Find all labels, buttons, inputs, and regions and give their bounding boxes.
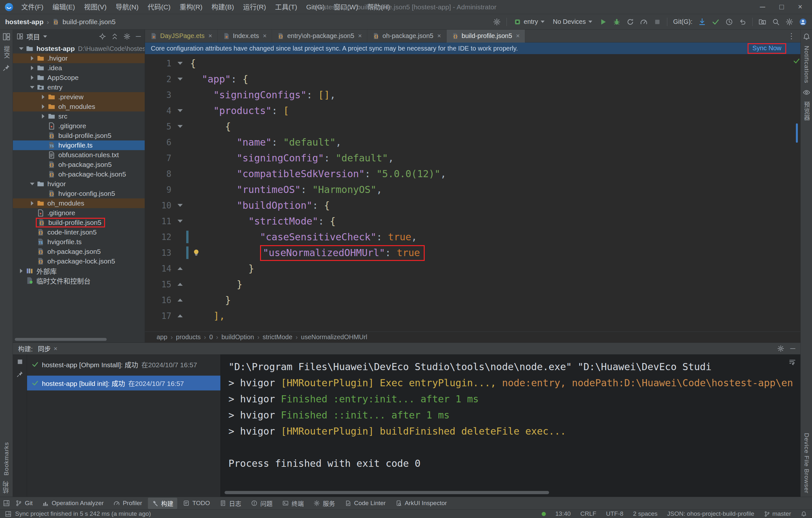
menu-item[interactable]: 视图(V) [80,0,111,14]
previewer-icon[interactable] [803,89,810,96]
tree-item[interactable]: 外部库 [13,266,145,276]
editor-scrollbar[interactable] [793,55,801,332]
tool-window-button[interactable]: Operation Analyzer [38,498,108,509]
breadcrumb-item[interactable]: buildOption [221,333,254,341]
soft-wrap-icon[interactable] [789,358,796,365]
tree-item[interactable]: TShvigorfile.ts [13,237,145,247]
notifications-toolwindow-button[interactable]: Notifications [803,46,810,84]
code-line[interactable]: 14 } [145,261,801,276]
profiler-button[interactable] [640,18,648,26]
code-editor[interactable]: 1{2 "app": {3 "signingConfigs": [],4 "pr… [145,54,801,332]
tree-item[interactable]: {}oh-package-lock.json5 [13,170,145,179]
tree-item[interactable]: .gitignore [13,208,145,218]
tree-item[interactable]: hvigor [13,179,145,189]
chevron-down-icon[interactable] [43,35,47,38]
tree-item[interactable]: src [13,112,145,121]
tab-close-icon[interactable]: × [516,32,520,40]
breadcrumb-item[interactable]: app [156,333,167,341]
tree-item[interactable]: 临时文件和控制台 [13,276,145,285]
code-line[interactable]: 16 } [145,292,801,308]
build-task-row[interactable]: hostest-app [Ohpm Install]: 成功在2024/10/7… [27,357,221,372]
breadcrumb-item[interactable]: 0 [209,333,213,341]
account-avatar[interactable] [799,18,807,26]
menu-item[interactable]: 工具(T) [270,0,301,14]
fold-down-icon[interactable] [175,109,185,112]
commit-button[interactable] [712,18,720,26]
history-button[interactable] [725,18,733,26]
run-config-selector[interactable]: entry [513,18,546,26]
tool-window-button[interactable]: Git [11,498,36,509]
tree-item[interactable]: oh_modules [13,199,145,208]
editor-tab[interactable]: eDayJSPage.ets× [145,30,218,42]
breadcrumb-item[interactable]: products [176,333,201,341]
find-in-files-button[interactable] [758,18,766,26]
structure-toolwindow-button[interactable]: 结构 [2,481,11,493]
breadcrumb-item[interactable]: strictMode [263,333,292,341]
tree-item[interactable]: {}oh-package-lock.json5 [13,256,145,266]
editor-tab[interactable]: {}build-profile.json5× [446,30,525,42]
tool-window-button[interactable]: 服务 [310,498,339,509]
hide-panel-button[interactable]: ─ [136,32,141,40]
ide-settings-icon[interactable] [493,18,501,26]
line-ending-selector[interactable]: CRLF [580,510,597,517]
chevron-right-icon[interactable] [28,63,37,73]
code-line[interactable]: 17 ], [145,308,801,324]
fold-down-icon[interactable] [175,78,185,81]
tree-item[interactable]: {}build-profile.json5 [13,218,145,227]
bookmarks-toolwindow-button[interactable]: Bookmarks [3,442,10,476]
tree-item[interactable]: {}oh-package.json5 [13,160,145,170]
minimize-panel-button[interactable]: ─ [790,344,795,353]
tree-item[interactable]: {}oh-package.json5 [13,247,145,256]
inspections-ok-icon[interactable] [793,57,800,64]
editor-tab[interactable]: eIndex.ets× [218,30,272,42]
code-line[interactable]: 9 "runtimeOS": "HarmonyOS", [145,182,801,197]
fold-down-icon[interactable] [175,220,185,222]
maximize-button[interactable]: □ [779,3,784,11]
settings-button[interactable] [786,18,793,26]
tree-item[interactable]: .idea [13,63,145,73]
device-file-browser-button[interactable]: Device File Browser [803,433,810,493]
sync-project-button[interactable] [627,18,634,26]
chevron-right-icon[interactable] [39,102,48,112]
intention-bulb-icon[interactable] [192,249,200,257]
build-tab-sync[interactable]: 同步 × [38,344,58,354]
notifications-icon[interactable] [803,33,810,40]
tool-window-button[interactable]: ArkUI Inspector [392,498,451,509]
breadcrumb-file[interactable]: build-profile.json5 [62,18,116,26]
menu-item[interactable]: 运行(R) [238,0,270,14]
tab-close-icon[interactable]: × [437,32,441,40]
chevron-down-icon[interactable] [28,83,37,92]
debug-button[interactable] [613,18,620,26]
tool-window-button[interactable]: 终端 [279,498,308,509]
project-tree-hscrollbar[interactable] [15,338,107,341]
tree-item[interactable]: .hvigor [13,54,145,63]
device-selector[interactable]: No Devices [552,18,593,26]
tree-item[interactable]: {}code-linter.json5 [13,227,145,237]
tab-close-icon[interactable]: × [54,345,58,353]
tool-window-button[interactable]: Code Linter [341,498,389,509]
code-line[interactable]: 15 } [145,276,801,292]
tree-item[interactable]: {}hvigor-config.json5 [13,189,145,199]
tool-window-button[interactable]: 问题 [247,498,277,509]
collapse-all-button[interactable] [111,33,118,40]
code-line[interactable]: 13 "useNormalizedOHMUrl": true [145,245,801,261]
indent-selector[interactable]: 2 spaces [633,510,658,517]
code-line[interactable]: 7 "signingConfig": "default", [145,150,801,166]
tool-window-button[interactable]: TODO [179,498,214,509]
fold-down-icon[interactable] [175,62,185,65]
tab-list-icon[interactable]: ⋮ [782,32,801,40]
breadcrumb-item[interactable]: useNormalizedOHMUrl [301,333,367,341]
tab-close-icon[interactable]: × [263,32,267,40]
previewer-toolwindow-button[interactable]: 预览器 [802,101,811,121]
run-button[interactable] [599,18,607,26]
console-hscrollbar[interactable] [225,491,549,494]
code-line[interactable]: 1{ [145,55,801,71]
chevron-right-icon[interactable] [17,266,26,276]
tree-item[interactable]: hostest-appD:\Huawei\Code\hostest-a [13,44,145,54]
tool-window-button[interactable]: 日志 [216,498,245,509]
search-everywhere-button[interactable] [772,18,780,26]
tree-item[interactable]: .preview [13,92,145,102]
menu-item[interactable]: 编辑(E) [48,0,80,14]
project-settings-icon[interactable] [123,33,130,40]
tree-item[interactable]: {}build-profile.json5 [13,131,145,141]
